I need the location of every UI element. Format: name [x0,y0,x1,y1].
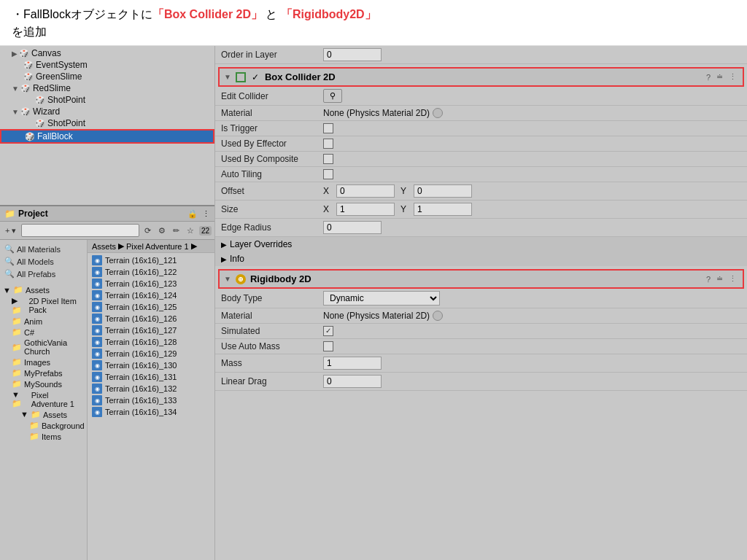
file-terrain-134[interactable]: ◉ Terrain (16x16)_134 [88,406,214,418]
sidebar-all-models[interactable]: 🔍 All Models [0,255,87,268]
annotation-bar: ・FallBlockオブジェクトに「Box Collider 2D」 と 「Ri… [0,0,747,46]
images-icon: 📁 [12,357,22,367]
hierarchy-item-fallblock[interactable]: 🎲 FallBlock [0,129,214,144]
add-button[interactable]: + ▾ [3,225,18,236]
greenslime-label: GreenSlime [36,71,82,82]
file-terrain-124[interactable]: ◉ Terrain (16x16)_124 [88,289,214,301]
canvas-icon: 🎲 [19,49,29,58]
options-icon: ⋮ [202,209,210,219]
2d-pixel-label: 2D Pixel Item Pack [28,297,84,314]
rigidbody-menu-button[interactable]: ⋮ [727,274,738,284]
sidebar-csharp[interactable]: 📁 C# [0,327,87,338]
file-terrain-121[interactable]: ◉ Terrain (16x16)_121 [88,254,214,266]
sidebar-myprefabs[interactable]: 📁 MyPrefabs [0,368,87,378]
file-terrain-122[interactable]: ◉ Terrain (16x16)_122 [88,266,214,278]
sidebar-2d-pixel[interactable]: ▶ 📁 2D Pixel Item Pack [0,295,87,316]
size-xy: X Y [323,203,472,216]
all-materials-label: All Materials [17,245,61,254]
file-terrain-133[interactable]: ◉ Terrain (16x16)_133 [88,394,214,406]
csharp-icon: 📁 [12,327,22,337]
body-type-select[interactable]: Dynamic Kinematic Static [323,291,440,306]
size-x-input[interactable] [336,203,395,216]
gothic-icon: 📁 [12,343,22,352]
pencil-button[interactable]: ✏ [171,225,182,236]
sidebar-mysounds[interactable]: 📁 MySounds [0,378,87,389]
simulated-checkbox[interactable] [323,326,333,336]
file-terrain-132[interactable]: ◉ Terrain (16x16)_132 [88,383,214,394]
search-input[interactable] [21,224,139,237]
body-type-label: Body Type [221,293,323,303]
rigidbody-title: Rigidbody 2D [250,273,700,284]
sidebar-assets-sub[interactable]: ▼ 📁 Assets [0,409,87,420]
is-trigger-checkbox[interactable] [323,123,333,133]
mysounds-icon: 📁 [12,379,22,389]
rigidbody-toggle[interactable]: ▼ [224,275,231,283]
sidebar-images[interactable]: 📁 Images [0,357,87,368]
hierarchy-item-shotpoint1[interactable]: 🎲 ShotPoint [0,94,214,106]
hierarchy-item-shotpoint2[interactable]: 🎲 ShotPoint [0,117,214,129]
hierarchy-item-redslime[interactable]: ▼ 🎲 RedSlime [0,82,214,94]
hierarchy-item-canvas[interactable]: ▶ 🎲 Canvas [0,47,214,59]
file-terrain-131[interactable]: ◉ Terrain (16x16)_131 [88,371,214,383]
background-label: Background [42,421,85,430]
hierarchy-item-wizard[interactable]: ▼ 🎲 Wizard [0,106,214,117]
used-by-effector-checkbox[interactable] [323,139,333,149]
file-terrain-130[interactable]: ◉ Terrain (16x16)_130 [88,359,214,371]
project-breadcrumb: Assets ▶ Pixel Adventure 1 ▶ [88,240,214,253]
file-terrain-126[interactable]: ◉ Terrain (16x16)_126 [88,313,214,324]
edit-collider-button[interactable]: ⚲ [323,89,342,103]
file-icon-126: ◉ [92,314,102,324]
bc-material-circle[interactable] [433,108,443,118]
rigidbody-actions: ? ≐ ⋮ [705,274,738,284]
hierarchy-item-eventsystem[interactable]: 🎲 EventSystem [0,59,214,71]
size-y-input[interactable] [414,203,472,216]
file-terrain-123[interactable]: ◉ Terrain (16x16)_123 [88,278,214,289]
sidebar-background[interactable]: 📁 Background [0,420,87,431]
sidebar-assets-root[interactable]: ▼ 📁 Assets [0,284,87,295]
order-in-layer-input[interactable] [323,48,382,61]
rb-material-circle[interactable] [433,311,443,321]
used-by-composite-checkbox[interactable] [323,154,333,164]
sidebar-all-prefabs[interactable]: 🔍 All Prefabs [0,268,87,280]
sidebar-all-materials[interactable]: 🔍 All Materials [0,243,87,255]
info-row[interactable]: ▶ Info [215,252,747,266]
assets-folder-icon: 📁 [13,285,23,295]
file-label-124: Terrain (16x16)_124 [105,291,177,300]
sidebar-anim[interactable]: 📁 Anim [0,316,87,327]
rigidbody-help-button[interactable]: ? [705,275,712,284]
auto-tiling-checkbox[interactable] [323,169,333,179]
box-collider-menu-button[interactable]: ⋮ [727,72,738,82]
box-collider-help-button[interactable]: ? [705,73,712,82]
file-terrain-127[interactable]: ◉ Terrain (16x16)_127 [88,324,214,336]
file-icon-130: ◉ [92,360,102,370]
filter-button[interactable]: ⚙ [156,225,168,236]
file-label-128: Terrain (16x16)_128 [105,338,177,346]
star-button[interactable]: ☆ [185,225,196,236]
use-auto-mass-label: Use Auto Mass [221,341,323,351]
sidebar-pixel-adventure[interactable]: ▼ 📁 Pixel Adventure 1 [0,389,87,409]
offset-x-input[interactable] [336,184,395,198]
mass-input[interactable] [323,357,382,370]
rigidbody-settings-button[interactable]: ≐ [715,274,724,284]
layer-overrides-row[interactable]: ▶ Layer Overrides [215,237,747,252]
box-collider-checkmark[interactable]: ✓ [252,72,259,82]
file-terrain-128[interactable]: ◉ Terrain (16x16)_128 [88,336,214,348]
use-auto-mass-checkbox[interactable] [323,341,333,351]
file-icon-133: ◉ [92,395,102,405]
sidebar-gothic[interactable]: 📁 GothicVania Church [0,338,87,357]
linear-drag-input[interactable] [323,375,382,388]
box-collider-toggle[interactable]: ▼ [224,73,231,81]
file-terrain-129[interactable]: ◉ Terrain (16x16)_129 [88,348,214,359]
hierarchy-item-greenslime[interactable]: 🎲 GreenSlime [0,71,214,82]
edge-radius-input[interactable] [323,221,382,234]
file-label-129: Terrain (16x16)_129 [105,349,177,358]
2d-pixel-icon: ▶ 📁 [12,296,26,315]
offset-y-input[interactable] [414,184,472,198]
box-collider-settings-button[interactable]: ≐ [715,72,724,82]
canvas-arrow: ▶ [12,50,18,58]
file-terrain-125[interactable]: ◉ Terrain (16x16)_125 [88,301,214,313]
file-label-133: Terrain (16x16)_133 [105,396,177,405]
edit-collider-row: Edit Collider ⚲ [215,87,747,106]
sidebar-items[interactable]: 📁 Items [0,431,87,442]
refresh-button[interactable]: ⟳ [142,225,153,236]
